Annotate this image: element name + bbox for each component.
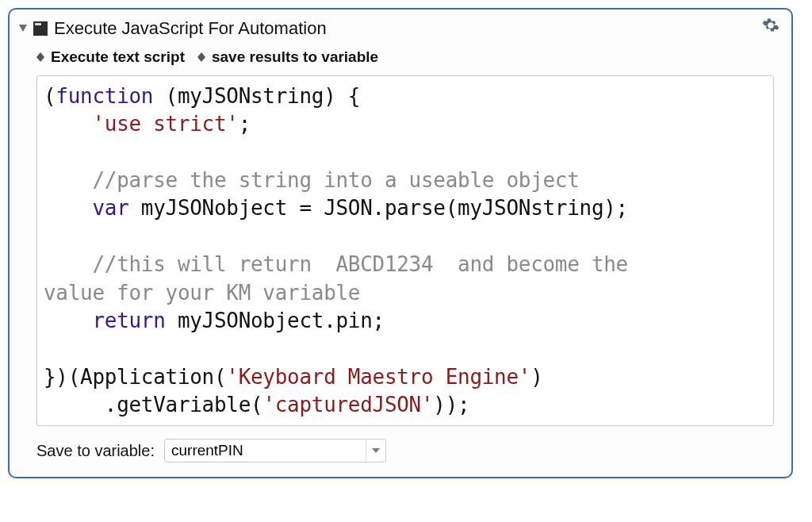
code-comment: value for your KM variable bbox=[44, 281, 360, 305]
action-title: Execute JavaScript For Automation bbox=[54, 18, 761, 39]
options-row: Execute text script save results to vari… bbox=[19, 45, 782, 72]
code-text: (myJSONstring) { bbox=[153, 84, 360, 108]
header-row: Execute JavaScript For Automation bbox=[19, 13, 782, 45]
variable-name-input[interactable] bbox=[165, 440, 366, 461]
code-comment: //this will return ABCD1234 and become t… bbox=[44, 252, 640, 276]
code-keyword-return: return bbox=[92, 309, 165, 332]
code-text: )); bbox=[433, 393, 469, 416]
code-indent bbox=[44, 196, 92, 220]
code-indent bbox=[44, 112, 92, 136]
script-textarea[interactable]: (function (myJSONstring) { 'use strict';… bbox=[36, 75, 774, 426]
terminal-icon bbox=[33, 21, 48, 36]
action-panel: Execute JavaScript For Automation Execut… bbox=[8, 8, 793, 478]
gear-icon[interactable] bbox=[761, 16, 782, 40]
variable-name-combo[interactable] bbox=[164, 439, 386, 463]
svg-marker-3 bbox=[197, 57, 205, 62]
code-string: 'use strict' bbox=[92, 112, 238, 136]
output-stepper[interactable] bbox=[197, 52, 205, 62]
code-text: .getVariable( bbox=[44, 393, 262, 416]
mode-label: Execute text script bbox=[51, 48, 185, 66]
output-label: save results to variable bbox=[212, 48, 378, 66]
chevron-down-icon[interactable] bbox=[366, 439, 385, 462]
code-text: myJSONobject = JSON.parse(myJSONstring); bbox=[128, 196, 628, 220]
code-text: ( bbox=[44, 84, 56, 108]
code-text: myJSONobject.pin; bbox=[166, 309, 385, 332]
code-text: ; bbox=[239, 112, 251, 136]
svg-marker-4 bbox=[372, 448, 380, 453]
disclosure-triangle-icon[interactable] bbox=[19, 25, 27, 32]
code-text: ) bbox=[530, 365, 542, 389]
code-keyword-var: var bbox=[92, 196, 128, 220]
code-string: 'Keyboard Maestro Engine' bbox=[226, 365, 530, 389]
svg-marker-1 bbox=[36, 57, 44, 62]
code-indent bbox=[44, 309, 92, 332]
code-string: 'capturedJSON' bbox=[262, 393, 433, 416]
footer-row: Save to variable: bbox=[19, 436, 782, 466]
mode-stepper[interactable] bbox=[36, 52, 44, 62]
save-to-variable-label: Save to variable: bbox=[36, 442, 155, 460]
code-text: })(Application( bbox=[44, 365, 226, 389]
code-comment: //parse the string into a useable object bbox=[44, 168, 580, 192]
code-keyword-function: function bbox=[56, 84, 153, 108]
